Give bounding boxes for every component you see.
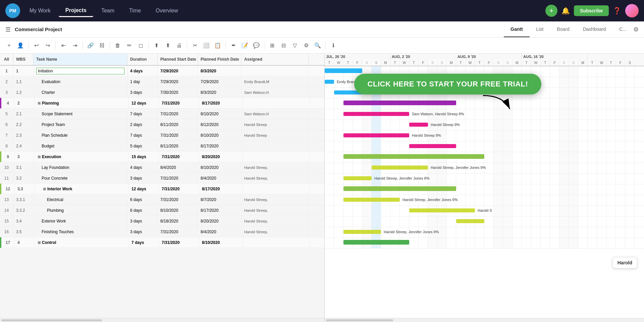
table-row[interactable]: 5 2.1 Scope Statement 7 days 7/31/2020 8… (0, 109, 324, 119)
gantt-row[interactable]: Harold Streep, Jennifer Jones 0% (325, 195, 644, 206)
scroll-thumb[interactable] (1, 319, 102, 321)
tab-dashboard[interactable]: Dashboard (576, 22, 613, 37)
nav-time[interactable]: Time (122, 5, 148, 16)
table-row[interactable]: 2 1.1 Evaluation 1 day 7/29/2020 7/29/20… (0, 76, 324, 87)
toolbar-print[interactable]: 🖨 (174, 41, 184, 51)
gantt-cell (550, 206, 559, 216)
toolbar-note[interactable]: 📝 (240, 41, 250, 51)
table-row[interactable]: 13 3.3.1 Electrical 6 days 7/31/2020 8/7… (0, 194, 324, 205)
table-row[interactable]: 3 1.2 Charter 3 days 7/30/2020 8/3/2020 … (0, 87, 324, 98)
toolbar-redo[interactable]: ↪ (43, 41, 53, 51)
toolbar-undo[interactable]: ↩ (31, 41, 41, 51)
sidebar-toggle[interactable]: ☰ (5, 26, 11, 33)
td-assigned (243, 184, 310, 194)
table-row[interactable]: 15 3.4 Exterior Work 3 days 8/18/2020 8/… (0, 216, 324, 227)
table-row[interactable]: 12 3.3 ▣Interior Work 12 days 7/31/2020 … (0, 184, 324, 194)
tab-list[interactable]: List (530, 22, 550, 37)
gantt-row[interactable] (325, 152, 644, 163)
toolbar-edit[interactable]: ✏ (124, 41, 134, 51)
toolbar-indent-in[interactable]: ⇥ (70, 41, 80, 51)
gantt-row[interactable]: Harold Streep, Jennifer Jones 0% (325, 163, 644, 174)
table-row[interactable]: 4 2 ▣Planning 12 days 7/31/2020 8/17/202… (0, 98, 324, 109)
task-name-input[interactable] (36, 68, 124, 74)
table-row[interactable]: 6 2.2 Project Team 2 days 8/11/2020 8/12… (0, 119, 324, 130)
gantt-row[interactable]: Harold Streep 0% (325, 120, 644, 131)
toolbar-shape[interactable]: ◻ (136, 41, 146, 51)
toolbar-paste[interactable]: 📋 (213, 41, 223, 51)
gantt-row[interactable] (325, 238, 644, 249)
th-all[interactable]: All (0, 54, 13, 65)
gantt-cell (616, 120, 625, 130)
th-task[interactable]: Task Name (34, 54, 127, 65)
table-row[interactable]: 10 3.1 Lay Foundation 4 days 8/4/2020 8/… (0, 162, 324, 173)
th-start[interactable]: Planned Start Date (158, 54, 198, 65)
gantt-row[interactable]: Harold S (325, 206, 644, 216)
td-num: 11 (0, 173, 13, 183)
gantt-row[interactable]: Sam Watson, Harold Streep 0% (325, 109, 644, 120)
td-start: 7/31/2020 (159, 98, 199, 108)
th-duration[interactable]: Duration (127, 54, 158, 65)
gantt-scroll-thumb[interactable] (326, 319, 393, 321)
toolbar-add[interactable]: ＋ (4, 41, 14, 51)
table-row[interactable]: 7 2.3 Plan Schedule 7 days 7/31/2020 8/1… (0, 130, 324, 141)
toolbar-grid1[interactable]: ⊞ (267, 41, 277, 51)
toolbar-delete[interactable]: 🗑 (113, 41, 123, 51)
toolbar-info[interactable]: ℹ (328, 41, 338, 51)
table-row[interactable]: 14 3.3.2 Plumbing 6 days 8/10/2020 8/17/… (0, 205, 324, 216)
th-finish[interactable]: Planned Finish Date (198, 54, 241, 65)
toolbar-filter[interactable]: ▽ (290, 41, 300, 51)
user-avatar[interactable] (625, 4, 639, 17)
nav-my-work[interactable]: My Work (23, 5, 57, 16)
gantt-row[interactable]: Harold Streep, Jennifer Jones 0% (325, 174, 644, 184)
th-wbs[interactable]: WBS (13, 54, 34, 65)
cta-banner[interactable]: CLICK HERE TO START YOUR FREE TRIAL! (354, 74, 542, 94)
toolbar-grid2[interactable]: ⊟ (278, 41, 288, 51)
toolbar-cut[interactable]: ✂ (190, 41, 200, 51)
toolbar-unlink[interactable]: ⛓ (97, 41, 107, 51)
nav-projects[interactable]: Projects (59, 5, 93, 17)
add-button[interactable]: + (545, 5, 557, 17)
subscribe-button[interactable]: Subscribe (574, 5, 609, 16)
gantt-row[interactable]: Harold Streep 0% (325, 131, 644, 141)
help-icon[interactable]: ❓ (613, 7, 621, 15)
td-task[interactable] (34, 66, 127, 76)
toolbar-settings[interactable]: ⚙ (301, 41, 311, 51)
app-logo[interactable]: PM (5, 3, 20, 18)
tab-board[interactable]: Board (550, 22, 576, 37)
td-num: 13 (0, 194, 13, 205)
gantt-scrollbar[interactable] (325, 318, 644, 322)
toolbar-user[interactable]: 👤 (15, 41, 25, 51)
table-row[interactable]: 16 3.5 Finishing Touches 3 days 7/31/202… (0, 227, 324, 237)
table-scrollbar[interactable] (0, 318, 324, 322)
toolbar-upload2[interactable]: ⬆ (163, 41, 173, 51)
toolbar-upload[interactable]: ⬆ (151, 41, 161, 51)
gantt-row[interactable] (325, 216, 644, 227)
gantt-cell (437, 238, 447, 248)
gantt-row[interactable]: Harold Streep, Jennifer Jones 0% (325, 227, 644, 238)
gantt-row[interactable] (325, 184, 644, 195)
gantt-row[interactable] (325, 141, 644, 152)
tab-c[interactable]: C... (612, 22, 633, 37)
toolbar-copy[interactable]: ⬜ (201, 41, 211, 51)
table-row[interactable]: 1 1 4 days 7/29/2020 8/3/2020 (0, 66, 324, 76)
gantt-cell (334, 141, 343, 152)
toolbar-indent-out[interactable]: ⇤ (58, 41, 68, 51)
bell-icon[interactable]: 🔔 (561, 7, 570, 15)
toolbar-comment[interactable]: 💬 (251, 41, 261, 51)
table-row[interactable]: 8 2.4 Budget 5 days 8/11/2020 8/17/2020 (0, 141, 324, 151)
nav-overview[interactable]: Overview (149, 5, 185, 16)
tab-gantt[interactable]: Gantt (504, 22, 530, 37)
toolbar-link[interactable]: 🔗 (86, 41, 96, 51)
table-row[interactable]: 9 3 ▣Execution 15 days 7/31/2020 8/20/20… (0, 151, 324, 162)
toolbar-zoom[interactable]: 🔍 (313, 41, 323, 51)
nav-team[interactable]: Team (95, 5, 121, 16)
th-assigned[interactable]: Assigned (241, 54, 309, 65)
toolbar-pen[interactable]: ✒ (228, 41, 238, 51)
gantt-day: S (428, 60, 437, 66)
settings-icon[interactable]: ⚙ (633, 26, 639, 33)
gantt-row[interactable] (325, 99, 644, 109)
gantt-day: T (475, 60, 484, 66)
table-row[interactable]: 17 4 ▣Control 7 days 7/31/2020 8/10/2020 (0, 237, 324, 248)
sub-nav-tabs: Gantt List Board Dashboard C... (504, 22, 633, 37)
table-row[interactable]: 11 3.2 Pour Concrete 3 days 7/31/2020 8/… (0, 173, 324, 184)
